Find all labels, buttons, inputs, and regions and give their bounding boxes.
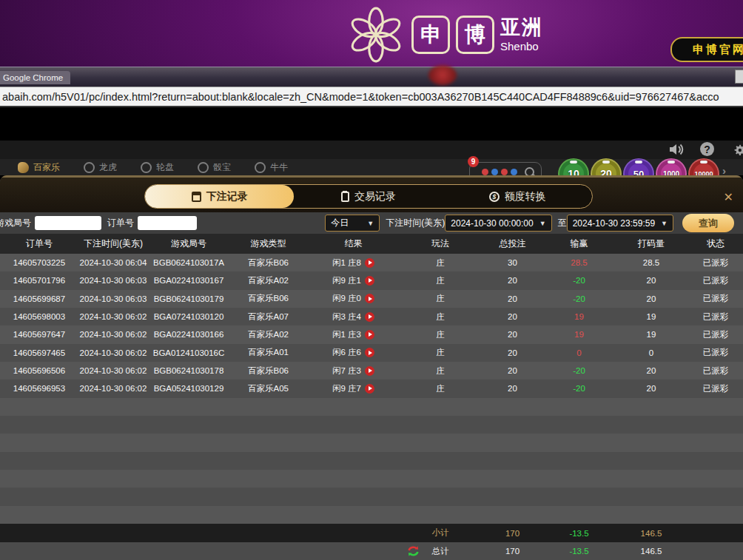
cell-order: 14605697465 [0,348,78,357]
cell-result: 闲9 庄0 [307,293,400,304]
table-row[interactable]: 14605699687 2024-10-30 06:03 BGB06241030… [0,290,743,308]
cell-time: 2024-10-30 06:02 [78,312,148,321]
cell-game: 百家乐A07 [229,311,307,323]
nav-item-roulette[interactable]: 轮盘 [141,161,174,174]
empty-row [0,488,743,505]
table-row[interactable]: 14605703225 2024-10-30 06:04 BGB06241030… [0,254,743,271]
settings-icon[interactable] [731,142,743,158]
play-icon[interactable] [365,258,374,268]
cell-order: 14605703225 [0,258,78,267]
nav-item-sicbo[interactable]: 骰宝 [198,161,231,174]
official-site-button[interactable]: 申博官网 [670,37,743,62]
round-input[interactable] [35,216,101,230]
table-row[interactable]: 14605697647 2024-10-30 06:02 BGA02241030… [0,325,743,343]
cell-time: 2024-10-30 06:02 [78,330,148,339]
play-icon[interactable] [365,366,374,376]
grand-total-bet: 170 [481,547,544,556]
cell-play: 庄 [400,275,481,286]
date-to-select[interactable]: 2024-10-30 23:59:59 [567,215,673,232]
game-category-bar: 百家乐 龙虎 轮盘 骰宝 牛牛 9 10 20 50 1000 10000 › [0,159,743,175]
game-toolbar [0,141,743,159]
brand-logo: 申 博 亚洲 Shenbo [346,4,543,65]
logo-latin-text: Shenbo [500,41,543,52]
close-icon[interactable]: ✕ [724,190,733,204]
grand-total-row: 总计 170 -13.5 146.5 [0,542,743,560]
cell-result: 闲9 庄7 [307,383,400,394]
roulette-icon [141,162,152,173]
browser-url-bar[interactable]: abaih.com/h5V01/pc/index.html?return=abo… [0,87,743,107]
subtotal-bet: 170 [481,529,544,538]
table-body: 14605703225 2024-10-30 06:04 BGB06241030… [0,254,743,524]
refresh-icon[interactable] [407,545,420,557]
play-icon[interactable] [365,348,374,357]
table-row[interactable]: 14605697465 2024-10-30 06:02 BGA01241030… [0,344,743,362]
browser-titlebar[interactable]: Google Chrome [0,67,743,87]
table-row[interactable]: 14605698003 2024-10-30 06:02 BGA07241030… [0,308,743,325]
empty-row [0,416,743,434]
volume-icon[interactable] [668,142,685,157]
filter-bar: 游戏局号 订单号 今日 下注时间(美东) 2024-10-30 00:00:00… [0,212,743,234]
cell-turnover: 20 [614,276,688,285]
cell-status: 已派彩 [688,329,743,340]
play-icon[interactable] [365,294,374,303]
modal-tab-band: 下注记录 交易记录 额度转换 ✕ [0,175,743,212]
receipt-icon [341,192,349,202]
order-input[interactable] [138,216,197,230]
table-row[interactable]: 14605696506 2024-10-30 06:02 BGB06241030… [0,362,743,379]
bullbull-icon [255,162,266,173]
table-row[interactable]: 14605701796 2024-10-30 06:03 BGA02241030… [0,271,743,289]
play-icon[interactable] [365,330,374,340]
tab-credit-transfer[interactable]: 额度转换 [443,185,592,208]
window-control-button[interactable] [735,70,743,84]
play-icon[interactable] [365,276,374,286]
table-row[interactable]: 14605696953 2024-10-30 06:02 BGA05241030… [0,379,743,397]
empty-row [0,506,743,524]
to-label: 至 [558,217,567,229]
cell-winloss: 0 [544,348,614,357]
cell-game: 百家乐A02 [229,275,307,286]
cell-game: 百家乐A01 [229,347,307,358]
cell-result: 闲7 庄3 [307,365,400,377]
cell-bet: 20 [481,366,544,375]
cell-turnover: 28.5 [614,258,688,267]
cell-time: 2024-10-30 06:02 [78,348,148,357]
subtotal-label: 小计 [400,527,481,539]
period-select[interactable]: 今日 [325,215,380,232]
date-from-select[interactable]: 2024-10-30 00:00:00 [445,215,551,232]
tab-bet-records[interactable]: 下注记录 [145,185,294,208]
cell-winloss: -20 [544,276,614,285]
tab-transaction-records[interactable]: 交易记录 [294,185,443,208]
cell-round: BGA0124103016C [148,348,229,357]
coins-icon [489,192,500,202]
logo-region-text: 亚洲 [500,18,543,38]
cell-turnover: 20 [614,384,688,393]
cell-bet: 20 [481,276,544,285]
nav-item-dragon-tiger[interactable]: 龙虎 [84,161,117,174]
cell-bet: 20 [481,330,544,339]
cell-bet: 20 [481,294,544,303]
cell-bet: 20 [481,312,544,321]
play-icon[interactable] [365,312,374,322]
nav-item-bullbull[interactable]: 牛牛 [255,161,288,174]
grand-total-turnover: 146.5 [614,547,688,556]
subtotal-row: 小计 170 -13.5 146.5 [0,524,743,542]
cell-bet: 20 [481,348,544,357]
cell-time: 2024-10-30 06:03 [78,294,148,303]
cell-order: 14605699687 [0,294,78,303]
cell-order: 14605697647 [0,330,78,339]
play-icon[interactable] [365,384,374,394]
cell-round: BGA05241030129 [148,384,229,393]
cell-winloss: -20 [544,366,614,375]
cell-status: 已派彩 [688,293,743,304]
nav-item-baccarat[interactable]: 百家乐 [18,161,60,174]
help-icon[interactable] [700,142,714,156]
cell-winloss: 28.5 [544,258,614,267]
notification-blob [428,65,457,85]
logo-char-bo: 博 [456,16,494,54]
search-button[interactable]: 查询 [682,214,734,232]
cell-turnover: 20 [614,294,688,303]
cell-order: 14605698003 [0,312,78,321]
screen: 申 博 亚洲 Shenbo 申博官网 Google Chrome abaih.c… [0,0,743,560]
cell-round: BGA07241030120 [148,312,229,321]
cell-play: 庄 [400,311,481,323]
